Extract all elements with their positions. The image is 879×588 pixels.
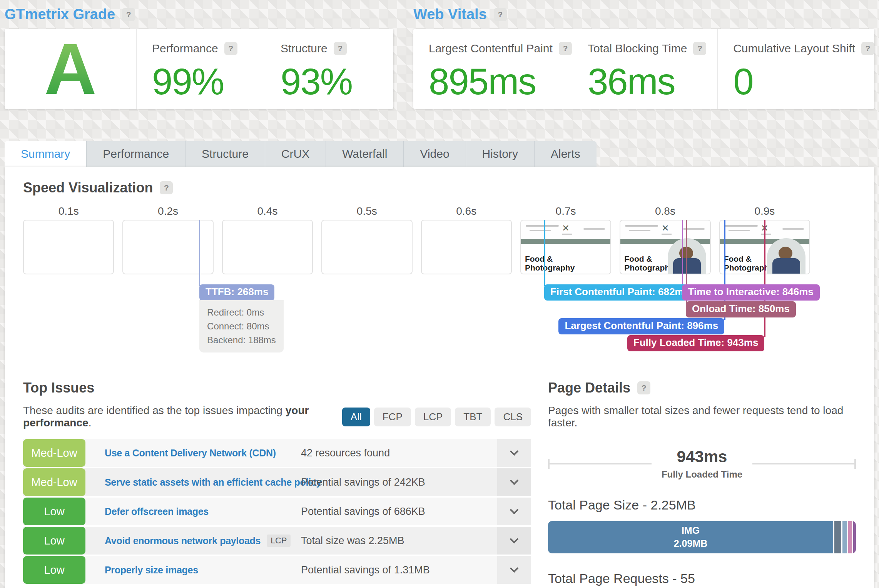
- help-icon[interactable]: ?: [334, 42, 347, 55]
- chevron-down-icon: [510, 535, 519, 544]
- cls-label: Cumulative Layout Shift: [733, 42, 855, 55]
- performance-label-row: Performance ?: [152, 42, 265, 55]
- filter-tbt[interactable]: TBT: [455, 408, 491, 426]
- thumbnail-title: Food & Photography: [525, 254, 575, 272]
- chevron-down-icon: [510, 447, 519, 456]
- person-head: [679, 247, 693, 260]
- structure-value: 93%: [281, 60, 393, 103]
- issue-expander[interactable]: [497, 468, 531, 496]
- size-segment: [842, 521, 848, 553]
- issue-expander[interactable]: [497, 527, 531, 555]
- thumbnail-menu-line: [782, 228, 804, 230]
- issue-filters: All FCP LCP TBT CLS: [342, 408, 531, 426]
- help-icon[interactable]: ?: [122, 8, 135, 21]
- help-icon[interactable]: ?: [559, 42, 572, 55]
- issue-row[interactable]: Low Properly size images Potential savin…: [23, 556, 531, 584]
- fully-loaded-value: 943ms: [662, 448, 742, 466]
- tab-waterfall[interactable]: Waterfall: [326, 141, 404, 167]
- filmstrip-frame-blank: [23, 220, 114, 274]
- fcp-badge: First Contentful Paint: 682ms: [544, 284, 695, 301]
- frame-time: 0.6s: [421, 205, 512, 220]
- issue-row[interactable]: Med-Low Serve static assets with an effi…: [23, 468, 531, 496]
- issue-row[interactable]: Med-Low Use a Content Delivery Network (…: [23, 439, 531, 467]
- help-icon[interactable]: ?: [160, 181, 173, 194]
- page-details-heading: Page Details: [548, 380, 630, 396]
- help-icon[interactable]: ?: [637, 381, 650, 394]
- person-head: [779, 247, 792, 260]
- ttfb-redirect: Redirect: 0ms: [207, 306, 276, 319]
- chevron-down-icon: [510, 476, 519, 485]
- tbt-label-row: Total Blocking Time ?: [588, 42, 717, 55]
- severity-badge: Low: [23, 527, 85, 555]
- page-size-bar: IMG 2.09MB: [548, 521, 856, 553]
- top-issues-description: These audits are identified as the top i…: [23, 404, 342, 429]
- filter-lcp[interactable]: LCP: [415, 408, 451, 426]
- thumbnail-title: Food & Photography: [624, 254, 674, 272]
- tab-alerts[interactable]: Alerts: [535, 141, 597, 167]
- issue-expander[interactable]: [497, 498, 531, 525]
- issue-row[interactable]: Low Defer offscreen images Potential sav…: [23, 498, 531, 525]
- filmstrip-frame-page: ✕ Food & Photography: [719, 220, 810, 274]
- ttfb-connect: Connect: 80ms: [207, 319, 276, 333]
- issue-expander[interactable]: [497, 439, 531, 467]
- web-vitals-panel: Web Vitals ? Largest Contentful Paint ? …: [413, 4, 874, 109]
- frame-time: 0.4s: [222, 205, 313, 220]
- filter-cls[interactable]: CLS: [495, 408, 531, 426]
- ruler-line-left: [548, 463, 652, 464]
- web-vitals-title-row: Web Vitals ?: [413, 6, 874, 23]
- issue-title-link[interactable]: Use a Content Delivery Network (CDN): [85, 439, 301, 467]
- thumbnail-person-photo: [668, 238, 706, 274]
- filter-fcp[interactable]: FCP: [374, 408, 411, 426]
- grade-card: A Performance ? 99% Structure ? 93%: [5, 29, 393, 109]
- person-body: [772, 258, 800, 274]
- frame-time: 0.7s: [520, 205, 611, 220]
- structure-label: Structure: [281, 42, 328, 55]
- issue-row[interactable]: Low Avoid enormous network payloadsLCP T…: [23, 527, 531, 555]
- issue-title-link[interactable]: Serve static assets with an efficient ca…: [85, 468, 301, 496]
- performance-label: Performance: [152, 42, 218, 55]
- issue-finding: 42 resources found: [301, 439, 497, 467]
- lcp-metric: Largest Contentful Paint ? 895ms: [413, 29, 572, 109]
- total-page-size-heading: Total Page Size - 2.25MB: [548, 498, 856, 513]
- help-icon[interactable]: ?: [494, 8, 507, 21]
- tab-performance[interactable]: Performance: [87, 141, 185, 167]
- issue-title-link[interactable]: Properly size images: [85, 556, 301, 584]
- structure-label-row: Structure ?: [281, 42, 393, 55]
- structure-metric: Structure ? 93%: [265, 29, 393, 109]
- filmstrip-frame-blank: [321, 220, 412, 274]
- grade-letter: A: [44, 33, 97, 105]
- tbt-value: 36ms: [588, 60, 717, 103]
- tab-structure[interactable]: Structure: [185, 141, 265, 167]
- help-icon[interactable]: ?: [861, 42, 874, 55]
- web-vitals-card: Largest Contentful Paint ? 895ms Total B…: [413, 29, 874, 109]
- issue-finding: Total size was 2.25MB: [301, 527, 497, 555]
- severity-badge: Low: [23, 498, 85, 525]
- issue-expander[interactable]: [497, 556, 531, 584]
- issue-title-link[interactable]: Avoid enormous network payloadsLCP: [85, 527, 301, 555]
- help-icon[interactable]: ?: [693, 42, 706, 55]
- tti-badge: Time to Interactive: 846ms: [682, 284, 820, 301]
- frame-time: 0.8s: [620, 205, 710, 220]
- filmstrip-frame-blank: [421, 220, 512, 274]
- report-tabs: Summary Performance Structure CrUX Water…: [5, 141, 874, 167]
- filmstrip-frame-blank: [222, 220, 313, 274]
- size-segment: [853, 521, 856, 553]
- size-segment-img: IMG 2.09MB: [548, 521, 834, 553]
- filmstrip-time-labels: 0.1s 0.2s 0.4s 0.5s 0.6s 0.7s 0.8s 0.9s: [23, 205, 810, 220]
- lcp-label: Largest Contentful Paint: [429, 42, 553, 55]
- cls-label-row: Cumulative Layout Shift ?: [733, 42, 874, 55]
- issue-title-link[interactable]: Defer offscreen images: [85, 498, 301, 525]
- filmstrip-frames: ✕ Food & Photography ✕: [23, 220, 810, 274]
- tab-video[interactable]: Video: [404, 141, 466, 167]
- grade-cell: A: [5, 29, 137, 109]
- filter-all[interactable]: All: [342, 408, 370, 426]
- frame-time: 0.9s: [719, 205, 810, 220]
- web-vitals-title: Web Vitals: [413, 6, 487, 23]
- thumbnail-body: Food & Photography: [620, 244, 710, 274]
- tab-crux[interactable]: CrUX: [265, 141, 326, 167]
- ruler-line-right: [752, 463, 856, 464]
- help-icon[interactable]: ?: [224, 42, 237, 55]
- tab-history[interactable]: History: [466, 141, 535, 167]
- top-issues-heading: Top Issues: [23, 367, 531, 396]
- tab-summary[interactable]: Summary: [5, 141, 87, 167]
